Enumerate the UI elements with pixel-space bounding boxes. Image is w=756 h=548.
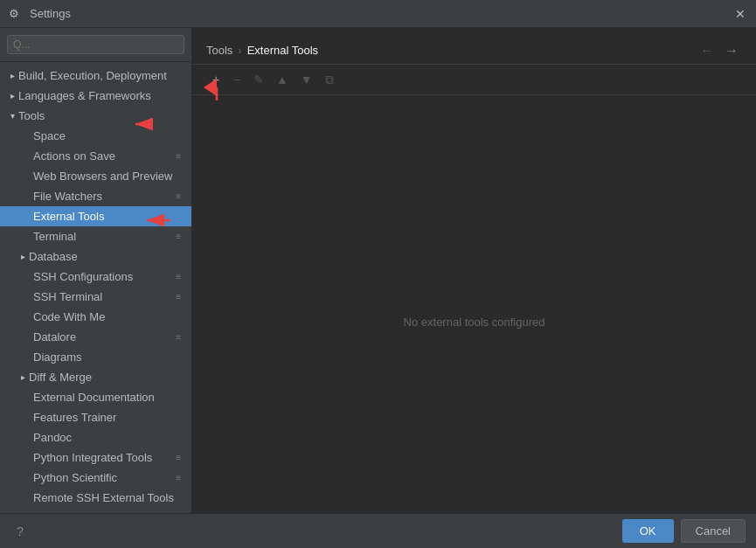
toolbar: + − ✎ ▲ ▼ ⧉	[192, 65, 756, 95]
sidebar-list: ▸Build, Execution, Deployment▸Languages …	[0, 62, 191, 548]
sidebar-item-label: Terminal	[33, 230, 76, 243]
help-button[interactable]: ?	[10, 522, 30, 541]
expand-arrow: ▾	[10, 111, 15, 121]
settings-icon: ≡	[176, 332, 181, 342]
expand-arrow: ▸	[21, 372, 25, 382]
sidebar-item-features-trainer[interactable]: Features Trainer	[0, 407, 191, 427]
sidebar-item-label: File Watchers	[33, 190, 102, 203]
sidebar-item-label: Code With Me	[33, 310, 105, 323]
sidebar-item-label: External Tools	[33, 210, 104, 223]
move-up-button[interactable]: ▲	[271, 70, 294, 89]
sidebar-item-label: Languages & Frameworks	[18, 89, 151, 102]
sidebar-item-code-with-me[interactable]: Code With Me	[0, 307, 191, 327]
sidebar-item-label: External Documentation	[33, 391, 155, 404]
ok-button[interactable]: OK	[622, 519, 674, 543]
sidebar-item-label: Diagrams	[33, 350, 82, 364]
sidebar-item-label: Build, Execution, Deployment	[18, 69, 167, 82]
sidebar-item-label: Web Browsers and Preview	[33, 170, 172, 183]
sidebar-item-ssh-configurations[interactable]: SSH Configurations≡	[0, 267, 191, 287]
sidebar-item-tools[interactable]: ▾Tools	[0, 106, 191, 126]
empty-message: No external tools configured	[404, 316, 545, 329]
sidebar: ▸Build, Execution, Deployment▸Languages …	[0, 28, 192, 548]
sidebar-item-python-scientific[interactable]: Python Scientific≡	[0, 468, 191, 488]
sidebar-item-label: Python Scientific	[33, 471, 117, 484]
settings-icon: ≡	[176, 151, 181, 161]
sidebar-item-actions-on-save[interactable]: Actions on Save≡	[0, 146, 191, 166]
settings-icon: ≡	[176, 232, 181, 241]
copy-tool-button[interactable]: ⧉	[320, 70, 339, 89]
sidebar-item-python-integrated-tools[interactable]: Python Integrated Tools≡	[0, 447, 191, 468]
back-button[interactable]: ←	[697, 41, 718, 60]
breadcrumb-current: External Tools	[247, 44, 318, 57]
sidebar-item-label: Database	[29, 250, 78, 263]
breadcrumb: Tools › External Tools	[206, 44, 318, 57]
search-input[interactable]	[7, 35, 184, 54]
remove-tool-button[interactable]: −	[227, 70, 246, 89]
sidebar-item-label: Actions on Save	[33, 149, 115, 163]
expand-arrow: ▸	[21, 252, 25, 261]
sidebar-item-label: Space	[33, 129, 66, 142]
sidebar-item-external-tools[interactable]: External Tools	[0, 206, 191, 226]
close-button[interactable]: ✕	[735, 7, 746, 21]
settings-icon: ≡	[176, 272, 181, 281]
sidebar-item-build-execution[interactable]: ▸Build, Execution, Deployment	[0, 66, 191, 86]
sidebar-item-languages-frameworks[interactable]: ▸Languages & Frameworks	[0, 86, 191, 106]
window-title: Settings	[30, 7, 71, 20]
content-header: Tools › External Tools ← →	[192, 28, 756, 65]
sidebar-item-web-browsers[interactable]: Web Browsers and Preview	[0, 166, 191, 186]
sidebar-item-file-watchers[interactable]: File Watchers≡	[0, 186, 191, 206]
settings-icon: ≡	[176, 453, 181, 462]
search-box	[0, 28, 191, 62]
bottom-right: OK Cancel	[622, 519, 746, 543]
nav-arrows: ← →	[697, 41, 742, 60]
app-icon: ⚙	[9, 7, 23, 21]
expand-arrow: ▸	[10, 91, 15, 101]
sidebar-item-label: SSH Configurations	[33, 270, 133, 283]
forward-button[interactable]: →	[721, 41, 742, 60]
sidebar-item-database[interactable]: ▸Database	[0, 246, 191, 267]
sidebar-item-external-documentation[interactable]: External Documentation	[0, 387, 191, 407]
edit-tool-button[interactable]: ✎	[248, 70, 269, 89]
add-tool-button[interactable]: +	[206, 70, 225, 89]
sidebar-item-diagrams[interactable]: Diagrams	[0, 347, 191, 367]
content-body: No external tools configured	[192, 95, 756, 548]
settings-icon: ≡	[176, 191, 181, 201]
sidebar-item-label: Features Trainer	[33, 411, 116, 424]
sidebar-item-diff-merge[interactable]: ▸Diff & Merge	[0, 367, 191, 387]
settings-icon: ≡	[176, 292, 181, 302]
breadcrumb-parent: Tools	[206, 44, 232, 57]
sidebar-item-label: Datalore	[33, 330, 76, 343]
expand-arrow: ▸	[10, 71, 15, 80]
sidebar-item-label: Remote SSH External Tools	[33, 491, 174, 504]
title-bar: ⚙ Settings ✕	[0, 0, 756, 28]
sidebar-item-terminal[interactable]: Terminal≡	[0, 226, 191, 246]
content-area: Tools › External Tools ← → + − ✎ ▲ ▼ ⧉ N…	[192, 28, 756, 548]
bottom-left: ?	[10, 522, 30, 541]
sidebar-item-ssh-terminal[interactable]: SSH Terminal≡	[0, 287, 191, 307]
sidebar-item-datalore[interactable]: Datalore≡	[0, 327, 191, 347]
cancel-button[interactable]: Cancel	[681, 519, 746, 543]
bottom-bar: ? OK Cancel	[0, 513, 756, 548]
main-container: ▸Build, Execution, Deployment▸Languages …	[0, 28, 756, 548]
breadcrumb-separator: ›	[238, 44, 241, 57]
sidebar-item-label: SSH Terminal	[33, 290, 102, 303]
sidebar-item-label: Tools	[18, 109, 45, 122]
sidebar-item-label: Python Integrated Tools	[33, 451, 152, 464]
sidebar-item-space[interactable]: Space	[0, 126, 191, 146]
sidebar-item-label: Pandoc	[33, 431, 72, 444]
sidebar-item-remote-ssh-external-tools[interactable]: Remote SSH External Tools	[0, 488, 191, 508]
settings-icon: ≡	[176, 473, 181, 482]
sidebar-item-pandoc[interactable]: Pandoc	[0, 427, 191, 447]
move-down-button[interactable]: ▼	[295, 70, 318, 89]
sidebar-item-label: Diff & Merge	[29, 371, 92, 384]
